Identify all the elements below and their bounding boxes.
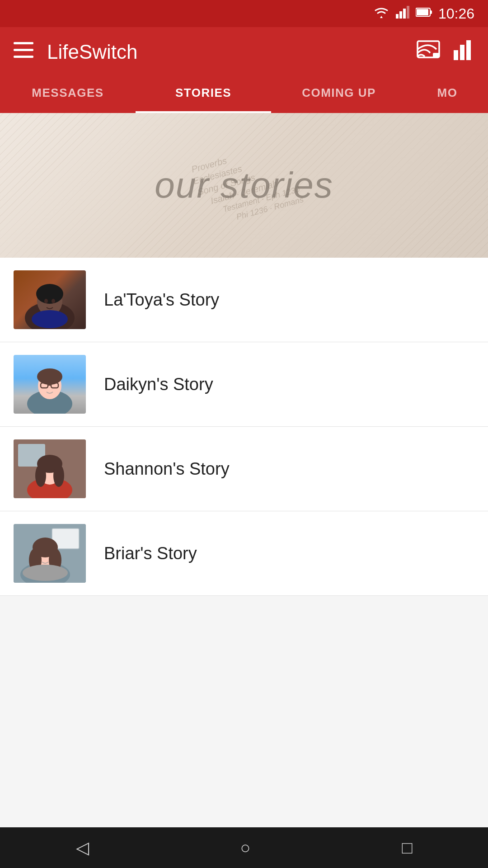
story-list: La'Toya's Story Daikyn's Story: [0, 258, 488, 596]
tab-stories[interactable]: STORIES: [136, 77, 271, 113]
tab-coming-up-label: COMING UP: [302, 86, 376, 100]
battery-icon: [416, 7, 432, 21]
story-name-daikyn: Daikyn's Story: [104, 375, 213, 394]
status-time: 10:26: [438, 5, 474, 22]
recent-apps-button[interactable]: □: [389, 834, 426, 862]
svg-rect-8: [14, 49, 33, 51]
svg-rect-2: [403, 9, 406, 19]
story-thumb-shannon: [14, 439, 86, 498]
status-bar: 10:26: [0, 0, 488, 27]
bottom-nav-bar: ◁ ○ □: [0, 827, 488, 868]
svg-point-32: [35, 464, 46, 487]
svg-point-33: [53, 464, 64, 487]
svg-rect-14: [466, 40, 471, 60]
app-bar-actions: [417, 40, 474, 64]
svg-point-17: [32, 310, 68, 328]
story-item-daikyn[interactable]: Daikyn's Story: [0, 342, 488, 427]
svg-point-23: [37, 368, 62, 385]
svg-point-20: [52, 299, 55, 303]
svg-point-18: [36, 284, 63, 304]
wifi-icon: [373, 6, 389, 22]
home-button[interactable]: ○: [227, 834, 264, 862]
svg-rect-0: [396, 14, 399, 19]
analytics-icon[interactable]: [454, 40, 474, 64]
app-title: LifeSwitch: [47, 41, 417, 63]
tab-more-label: MO: [437, 86, 458, 100]
story-thumb-briar: [14, 524, 86, 583]
tab-bar: MESSAGES STORIES COMING UP MO: [0, 77, 488, 113]
svg-rect-6: [430, 10, 432, 14]
signal-icon: [396, 6, 409, 22]
story-thumb-daikyn: [14, 355, 86, 414]
story-item-briar[interactable]: Briar's Story: [0, 511, 488, 596]
tab-more[interactable]: MO: [407, 77, 488, 113]
story-item-shannon[interactable]: Shannon's Story: [0, 427, 488, 511]
tab-messages[interactable]: MESSAGES: [0, 77, 136, 113]
app-bar: LifeSwitch: [0, 27, 488, 77]
hero-banner: Proverbs Ecclesiastes Song of Songs Isai…: [0, 113, 488, 258]
svg-rect-3: [407, 6, 409, 19]
story-name-shannon: Shannon's Story: [104, 459, 230, 479]
tab-coming-up[interactable]: COMING UP: [271, 77, 407, 113]
story-name-latoya: La'Toya's Story: [104, 290, 219, 310]
hamburger-menu-icon[interactable]: [14, 42, 33, 62]
svg-rect-9: [14, 56, 33, 58]
svg-rect-5: [417, 9, 428, 15]
svg-rect-11: [433, 53, 439, 57]
svg-point-41: [23, 565, 68, 581]
tab-stories-label: STORIES: [175, 86, 231, 100]
svg-rect-7: [14, 42, 33, 44]
story-item-latoya[interactable]: La'Toya's Story: [0, 258, 488, 342]
svg-rect-13: [460, 45, 465, 60]
back-button[interactable]: ◁: [62, 833, 103, 862]
story-thumb-latoya: [14, 270, 86, 329]
tab-messages-label: MESSAGES: [32, 86, 103, 100]
svg-rect-1: [399, 11, 402, 19]
svg-rect-12: [454, 50, 458, 60]
status-icons: 10:26: [373, 5, 474, 22]
story-name-briar: Briar's Story: [104, 544, 197, 563]
cast-icon[interactable]: [417, 40, 440, 64]
svg-point-19: [44, 299, 48, 303]
hero-title: our stories: [155, 165, 333, 206]
